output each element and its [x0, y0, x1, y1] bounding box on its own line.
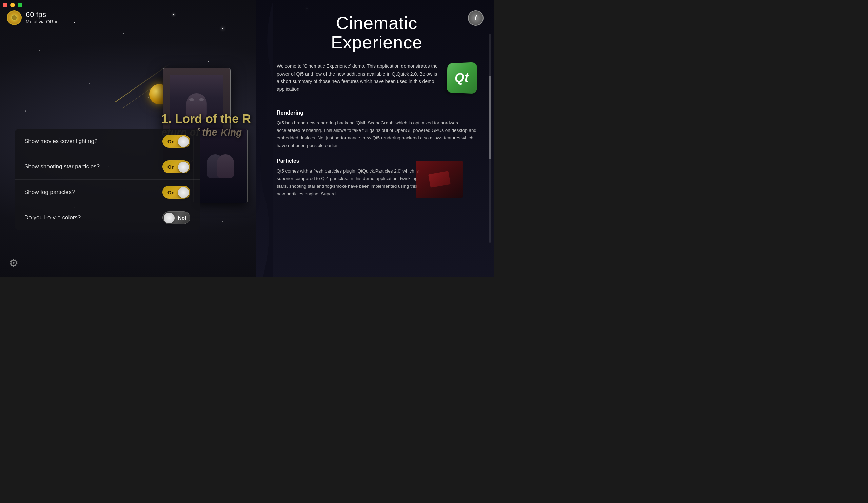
- gear-button[interactable]: ⚙: [7, 256, 20, 270]
- thumbnail-container: [416, 161, 463, 198]
- lighting-toggle-knob: [178, 136, 189, 147]
- rendering-section: Rendering Qt5 has brand new rendering ba…: [277, 110, 477, 149]
- settings-row-lighting: Show movies cover lighting? On: [15, 129, 200, 154]
- particles-toggle[interactable]: On: [163, 160, 190, 173]
- qt-logo-container: Qt: [446, 62, 477, 103]
- fps-circle-icon: [7, 10, 22, 25]
- fog-toggle-label: On: [167, 189, 175, 195]
- colors-toggle[interactable]: No!: [163, 211, 190, 224]
- qt-logo: Qt: [446, 62, 477, 94]
- movie-card-behind-face: [194, 129, 247, 203]
- gear-icon: ⚙: [9, 256, 19, 270]
- panel-title-line2: Experience: [277, 33, 477, 52]
- thumbnail-image: [416, 161, 463, 198]
- fog-label: Show fog particles?: [24, 189, 75, 196]
- panel-wave-edge: [256, 0, 273, 276]
- particles-toggle-label: On: [167, 164, 175, 170]
- scroll-track[interactable]: [489, 34, 491, 243]
- maximize-button[interactable]: [18, 3, 22, 8]
- settings-row-colors: Do you l-o-v-e colors? No!: [15, 205, 200, 230]
- welcome-text: Welcome to 'Cinematic Experience' demo. …: [277, 62, 440, 93]
- panel-title: Cinematic Experience: [277, 13, 477, 52]
- fps-text-block: 60 fps Metal via QRhi: [26, 10, 57, 24]
- minimize-button[interactable]: [10, 3, 15, 8]
- window-chrome: [3, 3, 22, 8]
- particles-section: Particles Qt5 comes with a fresh particl…: [277, 158, 477, 206]
- info-icon: i: [475, 13, 477, 22]
- renderer-label: Metal via QRhi: [26, 19, 57, 24]
- settings-panel: Show movies cover lighting? On Show shoo…: [15, 129, 200, 230]
- lighting-toggle-label: On: [167, 139, 175, 144]
- particles-label: Show shooting star particles?: [24, 164, 100, 170]
- colors-toggle-label: No!: [178, 215, 186, 221]
- welcome-section: Welcome to 'Cinematic Experience' demo. …: [277, 62, 477, 103]
- warrior-silhouette: [163, 68, 230, 139]
- right-panel: Cinematic Experience Welcome to 'Cinemat…: [256, 0, 494, 276]
- rendering-text: Qt5 has brand new rendering backend 'QML…: [277, 119, 477, 149]
- fog-toggle-knob: [178, 187, 189, 198]
- right-panel-content: Cinematic Experience Welcome to 'Cinemat…: [256, 0, 494, 276]
- info-button[interactable]: i: [468, 10, 484, 26]
- rendering-heading: Rendering: [277, 110, 477, 116]
- qt-logo-text: Qt: [454, 71, 468, 85]
- lighting-toggle[interactable]: On: [163, 135, 190, 148]
- colors-toggle-knob: [164, 212, 175, 223]
- particles-text: Qt5 comes with a fresh particles plugin …: [277, 167, 423, 198]
- fog-toggle[interactable]: On: [163, 186, 190, 199]
- fps-indicator: 60 fps Metal via QRhi: [7, 10, 57, 25]
- particles-content: Qt5 comes with a fresh particles plugin …: [277, 167, 477, 206]
- close-button[interactable]: [3, 3, 8, 8]
- settings-row-particles: Show shooting star particles? On: [15, 154, 200, 180]
- welcome-text-block: Welcome to 'Cinematic Experience' demo. …: [277, 62, 440, 103]
- particles-toggle-knob: [178, 162, 189, 172]
- movie-card-behind[interactable]: [193, 129, 248, 203]
- lighting-label: Show movies cover lighting?: [24, 138, 97, 145]
- settings-row-fog: Show fog particles? On: [15, 180, 200, 205]
- fps-value: 60 fps: [26, 10, 57, 19]
- scroll-thumb: [489, 76, 491, 159]
- panel-title-line1: Cinematic: [277, 13, 477, 33]
- colors-label: Do you l-o-v-e colors?: [24, 214, 81, 221]
